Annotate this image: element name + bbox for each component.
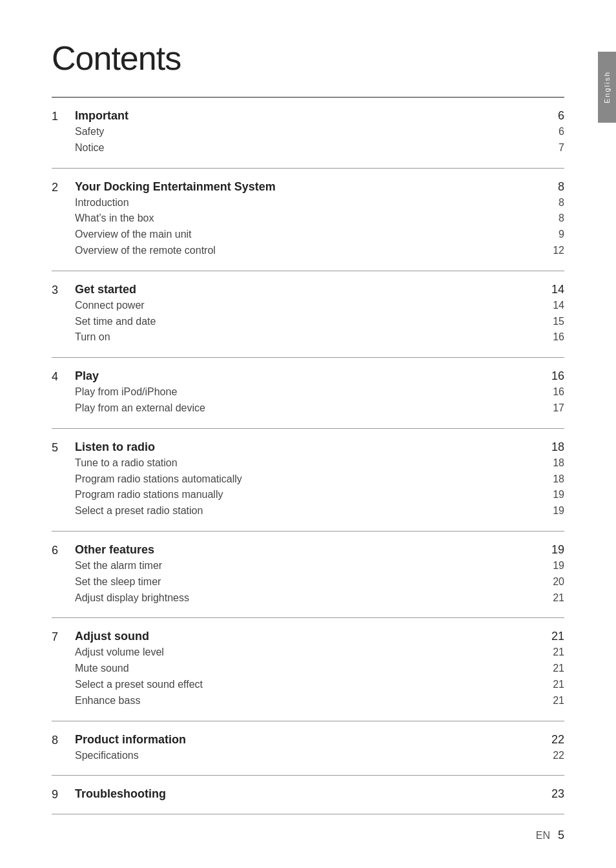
toc-title-6: Other features19 (75, 543, 564, 557)
toc-item-text: Program radio stations manually (75, 487, 223, 503)
toc-title-text-9: Troubleshooting (75, 787, 166, 801)
toc-title-text-6: Other features (75, 543, 154, 557)
toc-item-page: 12 (545, 243, 564, 259)
toc-title-2: Your Docking Entertainment System8 (75, 180, 564, 194)
toc-item: Play from iPod/iPhone16 (75, 384, 564, 400)
toc-item-text: Program radio stations automatically (75, 471, 242, 488)
toc-item: Overview of the remote control12 (75, 243, 564, 259)
toc-item: Adjust volume level21 (75, 645, 564, 661)
toc-item-text: Overview of the main unit (75, 227, 192, 243)
toc-title-text-1: Important (75, 109, 128, 123)
toc-item-text: Mute sound (75, 661, 129, 677)
toc-item: Select a preset radio station19 (75, 503, 564, 519)
toc-section-9: 9Troubleshooting23 (52, 776, 564, 814)
toc-item-page: 21 (545, 645, 564, 661)
toc-content-9: Troubleshooting23 (75, 787, 564, 802)
toc-number-6: 6 (52, 543, 75, 557)
toc-title-page-4: 16 (545, 369, 564, 383)
toc-item: Set time and date15 (75, 314, 564, 330)
toc-item-text: Select a preset sound effect (75, 677, 203, 693)
footer: EN 5 (536, 829, 564, 842)
toc-number-9: 9 (52, 787, 75, 801)
toc-item-text: Specifications (75, 748, 139, 764)
toc-content-5: Listen to radio18Tune to a radio station… (75, 440, 564, 519)
toc-title-1: Important6 (75, 109, 564, 123)
toc-title-page-1: 6 (545, 109, 564, 123)
toc-item-page: 21 (545, 693, 564, 709)
toc-item: Tune to a radio station18 (75, 455, 564, 471)
toc-item: Mute sound21 (75, 661, 564, 677)
toc-item-text: Adjust display brightness (75, 590, 189, 606)
toc-section-6: 6Other features19Set the alarm timer19Se… (52, 532, 564, 618)
toc-number-8: 8 (52, 733, 75, 747)
toc-item-text: Safety (75, 124, 104, 140)
toc-title-page-9: 23 (545, 787, 564, 801)
toc-number-7: 7 (52, 630, 75, 644)
toc-item: Turn on16 (75, 329, 564, 346)
toc-container: 1Important6Safety6Notice72Your Docking E… (52, 98, 564, 814)
toc-title-7: Adjust sound21 (75, 630, 564, 643)
toc-item-page: 20 (545, 574, 564, 590)
toc-item-page: 17 (545, 400, 564, 417)
toc-number-5: 5 (52, 440, 75, 455)
toc-item-page: 19 (545, 487, 564, 503)
toc-item-text: Set the alarm timer (75, 558, 162, 574)
toc-item-page: 18 (545, 455, 564, 471)
toc-item-page: 16 (545, 384, 564, 400)
toc-title-text-3: Get started (75, 283, 136, 296)
toc-item: Play from an external device17 (75, 400, 564, 417)
toc-content-6: Other features19Set the alarm timer19Set… (75, 543, 564, 606)
toc-section-3: 3Get started14Connect power14Set time an… (52, 271, 564, 358)
toc-item: Specifications22 (75, 748, 564, 764)
toc-section-1: 1Important6Safety6Notice7 (52, 98, 564, 169)
toc-item-text: Turn on (75, 329, 110, 346)
toc-item-page: 8 (545, 195, 564, 211)
toc-item: Notice7 (75, 140, 564, 156)
toc-item-page: 15 (545, 314, 564, 330)
toc-content-4: Play16Play from iPod/iPhone16Play from a… (75, 369, 564, 417)
toc-item-text: Play from iPod/iPhone (75, 384, 177, 400)
toc-item: Adjust display brightness21 (75, 590, 564, 606)
toc-content-3: Get started14Connect power14Set time and… (75, 283, 564, 346)
toc-item-text: Overview of the remote control (75, 243, 216, 259)
toc-item-page: 21 (545, 590, 564, 606)
toc-item: What’s in the box8 (75, 211, 564, 227)
toc-item-page: 19 (545, 503, 564, 519)
toc-title-5: Listen to radio18 (75, 440, 564, 454)
toc-item: Set the sleep timer20 (75, 574, 564, 590)
toc-section-8: 8Product information22Specifications22 (52, 721, 564, 776)
toc-title-text-2: Your Docking Entertainment System (75, 180, 276, 194)
toc-item-text: Set time and date (75, 314, 156, 330)
toc-title-page-7: 21 (545, 630, 564, 643)
toc-item-text: Introduction (75, 195, 129, 211)
toc-number-2: 2 (52, 180, 75, 194)
toc-item: Set the alarm timer19 (75, 558, 564, 574)
toc-content-7: Adjust sound21Adjust volume level21Mute … (75, 630, 564, 708)
toc-item-page: 21 (545, 661, 564, 677)
toc-item-text: Play from an external device (75, 400, 205, 417)
page: English Contents 1Important6Safety6Notic… (0, 0, 616, 868)
toc-item: Program radio stations manually19 (75, 487, 564, 503)
toc-item-page: 7 (545, 140, 564, 156)
toc-number-4: 4 (52, 369, 75, 384)
toc-item: Select a preset sound effect21 (75, 677, 564, 693)
toc-section-7: 7Adjust sound21Adjust volume level21Mute… (52, 618, 564, 721)
toc-number-3: 3 (52, 283, 75, 297)
toc-title-text-8: Product information (75, 733, 186, 747)
side-tab-label: English (603, 71, 611, 103)
toc-content-2: Your Docking Entertainment System8Introd… (75, 180, 564, 259)
page-title: Contents (52, 39, 564, 78)
toc-title-page-8: 22 (545, 733, 564, 747)
toc-item-text: Select a preset radio station (75, 503, 203, 519)
toc-item: Overview of the main unit9 (75, 227, 564, 243)
toc-item-page: 6 (545, 124, 564, 140)
toc-title-text-7: Adjust sound (75, 630, 149, 643)
toc-number-1: 1 (52, 109, 75, 123)
toc-item-text: Tune to a radio station (75, 455, 178, 471)
toc-title-9: Troubleshooting23 (75, 787, 564, 801)
toc-item-page: 16 (545, 329, 564, 346)
side-tab: English (598, 52, 616, 123)
toc-item: Safety6 (75, 124, 564, 140)
toc-title-8: Product information22 (75, 733, 564, 747)
toc-content-8: Product information22Specifications22 (75, 733, 564, 764)
